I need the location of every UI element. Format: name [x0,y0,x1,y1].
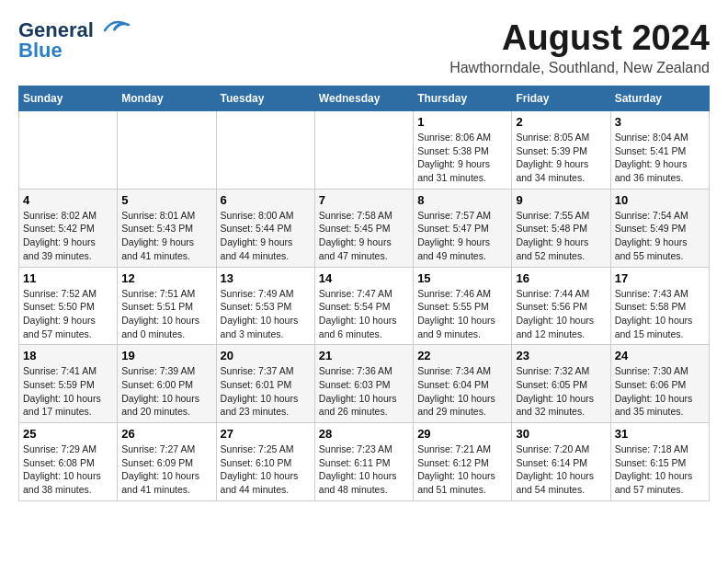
day-info: Sunrise: 7:47 AMSunset: 5:54 PMDaylight:… [319,287,409,341]
day-number: 1 [417,115,507,129]
day-number: 14 [319,271,409,285]
calendar-cell: 25Sunrise: 7:29 AMSunset: 6:08 PMDayligh… [19,423,118,501]
day-info: Sunrise: 8:05 AMSunset: 5:39 PMDaylight:… [516,131,606,185]
day-number: 21 [319,349,409,362]
calendar-cell: 4Sunrise: 8:02 AMSunset: 5:42 PMDaylight… [19,189,118,267]
day-info: Sunrise: 7:46 AMSunset: 5:55 PMDaylight:… [417,287,507,341]
calendar-cell: 14Sunrise: 7:47 AMSunset: 5:54 PMDayligh… [314,267,413,345]
day-number: 27 [221,427,311,441]
day-info: Sunrise: 8:04 AMSunset: 5:41 PMDaylight:… [615,131,705,185]
day-info: Sunrise: 7:25 AMSunset: 6:10 PMDaylight:… [221,442,311,497]
weekday-header-thursday: Thursday [414,86,512,111]
day-number: 26 [121,427,211,441]
page-subtitle: Hawthorndale, Southland, New Zealand [449,60,710,76]
day-number: 8 [417,193,507,207]
title-block: August 2024 Hawthorndale, Southland, New… [449,18,710,76]
day-info: Sunrise: 7:44 AMSunset: 5:56 PMDaylight:… [516,287,606,341]
calendar-week-4: 18Sunrise: 7:41 AMSunset: 5:59 PMDayligh… [19,345,710,423]
day-info: Sunrise: 7:30 AMSunset: 6:06 PMDaylight:… [615,364,705,419]
calendar-header-row: SundayMondayTuesdayWednesdayThursdayFrid… [19,86,710,111]
day-number: 18 [23,349,113,362]
calendar-cell: 29Sunrise: 7:21 AMSunset: 6:12 PMDayligh… [414,423,512,501]
calendar-week-1: 1Sunrise: 8:06 AMSunset: 5:38 PMDaylight… [19,111,710,190]
weekday-header-saturday: Saturday [610,86,709,111]
calendar-cell: 24Sunrise: 7:30 AMSunset: 6:06 PMDayligh… [610,345,709,423]
calendar-cell [216,111,314,190]
day-number: 15 [417,271,507,285]
day-info: Sunrise: 7:20 AMSunset: 6:14 PMDaylight:… [516,442,606,497]
day-info: Sunrise: 7:58 AMSunset: 5:45 PMDaylight:… [319,209,409,263]
calendar-cell: 9Sunrise: 7:55 AMSunset: 5:48 PMDaylight… [512,189,610,267]
day-number: 17 [615,271,705,285]
calendar-cell [118,111,216,190]
day-number: 3 [615,115,705,129]
calendar-cell: 1Sunrise: 8:06 AMSunset: 5:38 PMDaylight… [414,111,512,190]
day-info: Sunrise: 8:02 AMSunset: 5:42 PMDaylight:… [23,209,113,263]
day-info: Sunrise: 7:54 AMSunset: 5:49 PMDaylight:… [615,209,705,263]
day-info: Sunrise: 7:27 AMSunset: 6:09 PMDaylight:… [121,442,211,497]
calendar-cell: 31Sunrise: 7:18 AMSunset: 6:15 PMDayligh… [610,423,709,501]
calendar-cell [314,111,413,190]
day-number: 4 [23,193,113,207]
day-number: 24 [615,349,705,362]
day-number: 16 [516,271,606,285]
day-number: 28 [319,427,409,441]
calendar-cell: 18Sunrise: 7:41 AMSunset: 5:59 PMDayligh… [19,345,118,423]
calendar-cell: 5Sunrise: 8:01 AMSunset: 5:43 PMDaylight… [118,189,216,267]
day-number: 13 [221,271,311,285]
day-info: Sunrise: 8:06 AMSunset: 5:38 PMDaylight:… [417,131,507,185]
calendar-cell: 16Sunrise: 7:44 AMSunset: 5:56 PMDayligh… [512,267,610,345]
day-info: Sunrise: 7:51 AMSunset: 5:51 PMDaylight:… [121,287,211,341]
calendar-cell: 10Sunrise: 7:54 AMSunset: 5:49 PMDayligh… [610,189,709,267]
day-number: 7 [319,193,409,207]
day-info: Sunrise: 8:00 AMSunset: 5:44 PMDaylight:… [221,209,311,263]
calendar-week-2: 4Sunrise: 8:02 AMSunset: 5:42 PMDaylight… [19,189,710,267]
day-number: 23 [516,349,606,362]
day-number: 29 [417,427,507,441]
calendar-cell: 8Sunrise: 7:57 AMSunset: 5:47 PMDaylight… [414,189,512,267]
day-number: 11 [23,271,113,285]
weekday-header-tuesday: Tuesday [216,86,314,111]
day-info: Sunrise: 7:29 AMSunset: 6:08 PMDaylight:… [23,442,113,497]
day-number: 19 [121,349,211,362]
day-number: 5 [121,193,211,207]
calendar-cell: 22Sunrise: 7:34 AMSunset: 6:04 PMDayligh… [414,345,512,423]
day-number: 31 [615,427,705,441]
calendar-cell: 27Sunrise: 7:25 AMSunset: 6:10 PMDayligh… [216,423,314,501]
logo-bird-icon [96,17,131,38]
day-number: 12 [121,271,211,285]
day-info: Sunrise: 7:52 AMSunset: 5:50 PMDaylight:… [23,287,113,341]
day-info: Sunrise: 7:18 AMSunset: 6:15 PMDaylight:… [615,442,705,497]
day-number: 25 [23,427,113,441]
calendar-cell: 26Sunrise: 7:27 AMSunset: 6:09 PMDayligh… [118,423,216,501]
weekday-header-wednesday: Wednesday [314,86,413,111]
calendar-cell: 28Sunrise: 7:23 AMSunset: 6:11 PMDayligh… [314,423,413,501]
calendar-cell: 15Sunrise: 7:46 AMSunset: 5:55 PMDayligh… [414,267,512,345]
calendar-cell: 19Sunrise: 7:39 AMSunset: 6:00 PMDayligh… [118,345,216,423]
calendar-cell: 13Sunrise: 7:49 AMSunset: 5:53 PMDayligh… [216,267,314,345]
page-title: August 2024 [449,18,710,58]
day-number: 22 [417,349,507,362]
day-number: 9 [516,193,606,207]
calendar-cell: 7Sunrise: 7:58 AMSunset: 5:45 PMDaylight… [314,189,413,267]
day-info: Sunrise: 7:23 AMSunset: 6:11 PMDaylight:… [319,442,409,497]
day-info: Sunrise: 7:43 AMSunset: 5:58 PMDaylight:… [615,287,705,341]
calendar-cell: 21Sunrise: 7:36 AMSunset: 6:03 PMDayligh… [314,345,413,423]
weekday-header-sunday: Sunday [19,86,118,111]
day-info: Sunrise: 8:01 AMSunset: 5:43 PMDaylight:… [121,209,211,263]
day-info: Sunrise: 7:21 AMSunset: 6:12 PMDaylight:… [417,442,507,497]
calendar-cell: 6Sunrise: 8:00 AMSunset: 5:44 PMDaylight… [216,189,314,267]
day-number: 20 [221,349,311,362]
day-number: 6 [221,193,311,207]
day-info: Sunrise: 7:49 AMSunset: 5:53 PMDaylight:… [221,287,311,341]
calendar-cell: 17Sunrise: 7:43 AMSunset: 5:58 PMDayligh… [610,267,709,345]
calendar-week-5: 25Sunrise: 7:29 AMSunset: 6:08 PMDayligh… [19,423,710,501]
calendar-cell: 20Sunrise: 7:37 AMSunset: 6:01 PMDayligh… [216,345,314,423]
logo-blue: Blue [18,39,63,63]
calendar-cell: 30Sunrise: 7:20 AMSunset: 6:14 PMDayligh… [512,423,610,501]
day-info: Sunrise: 7:32 AMSunset: 6:05 PMDaylight:… [516,364,606,419]
calendar-cell: 3Sunrise: 8:04 AMSunset: 5:41 PMDaylight… [610,111,709,190]
calendar-cell: 2Sunrise: 8:05 AMSunset: 5:39 PMDaylight… [512,111,610,190]
calendar-cell: 11Sunrise: 7:52 AMSunset: 5:50 PMDayligh… [19,267,118,345]
calendar-cell [19,111,118,190]
